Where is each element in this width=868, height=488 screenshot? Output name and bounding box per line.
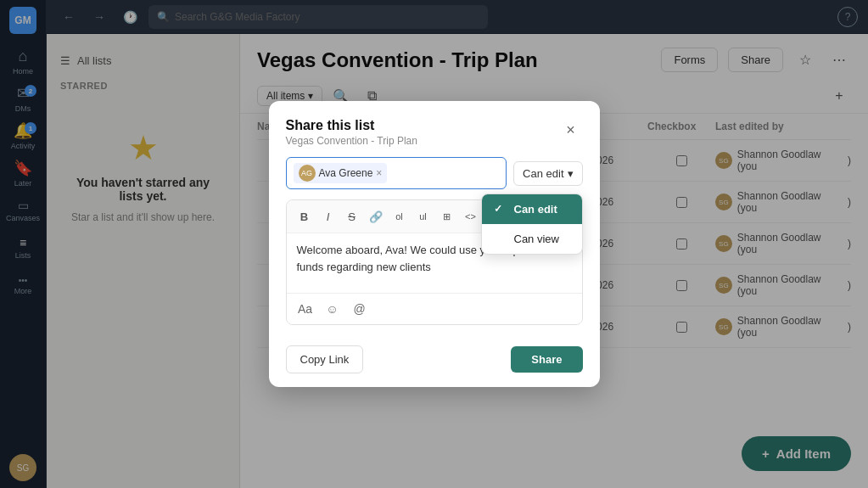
permission-dropdown-button[interactable]: Can edit ▾ bbox=[513, 161, 582, 186]
permission-option-can-edit[interactable]: ✓ Can edit bbox=[482, 194, 582, 224]
italic-button[interactable]: I bbox=[317, 205, 339, 227]
copy-link-button[interactable]: Copy Link bbox=[286, 345, 364, 373]
unordered-list-button[interactable]: ul bbox=[412, 205, 434, 227]
recipient-input[interactable]: AG Ava Greene × bbox=[286, 157, 507, 189]
recipient-avatar: AG bbox=[299, 165, 316, 182]
check-icon: ✓ bbox=[494, 203, 507, 215]
link-button[interactable]: 🔗 bbox=[365, 205, 387, 227]
modal-share-button[interactable]: Share bbox=[511, 346, 582, 373]
ordered-list-button[interactable]: ol bbox=[389, 205, 411, 227]
permission-menu: ✓ Can edit Can view bbox=[481, 194, 583, 255]
recipient-name: Ava Greene bbox=[319, 167, 373, 179]
recipient-tag: AG Ava Greene × bbox=[294, 163, 388, 183]
remove-recipient-button[interactable]: × bbox=[376, 167, 382, 179]
code-button[interactable]: <> bbox=[460, 205, 482, 227]
mention-button[interactable]: @ bbox=[350, 299, 370, 319]
modal-footer: Copy Link Share bbox=[269, 335, 600, 387]
permission-label: Can edit bbox=[523, 167, 563, 180]
perm-can-view-label: Can view bbox=[514, 233, 559, 245]
permission-chevron-icon: ▾ bbox=[568, 167, 574, 180]
modal-close-button[interactable]: × bbox=[559, 118, 583, 142]
modal-subtitle: Vegas Convention - Trip Plan bbox=[286, 135, 417, 147]
editor-footer: Aa ☺ @ bbox=[287, 293, 582, 324]
strikethrough-button[interactable]: S bbox=[341, 205, 363, 227]
perm-can-edit-label: Can edit bbox=[514, 203, 557, 216]
permission-dropdown-wrapper: Can edit ▾ ✓ Can edit Can view bbox=[513, 161, 582, 186]
share-recipient-row: AG Ava Greene × Can edit ▾ ✓ Can edit bbox=[269, 157, 600, 199]
modal-title: Share this list bbox=[286, 118, 417, 133]
modal-header: Share this list Vegas Convention - Trip … bbox=[269, 101, 600, 157]
share-modal: Share this list Vegas Convention - Trip … bbox=[269, 101, 600, 387]
emoji-button[interactable]: ☺ bbox=[322, 299, 343, 319]
modal-title-group: Share this list Vegas Convention - Trip … bbox=[286, 118, 417, 147]
modal-overlay: Share this list Vegas Convention - Trip … bbox=[0, 0, 868, 488]
table-button[interactable]: ⊞ bbox=[436, 205, 458, 227]
font-size-button[interactable]: Aa bbox=[295, 299, 316, 319]
bold-button[interactable]: B bbox=[294, 205, 316, 227]
permission-option-can-view[interactable]: Can view bbox=[482, 224, 582, 254]
